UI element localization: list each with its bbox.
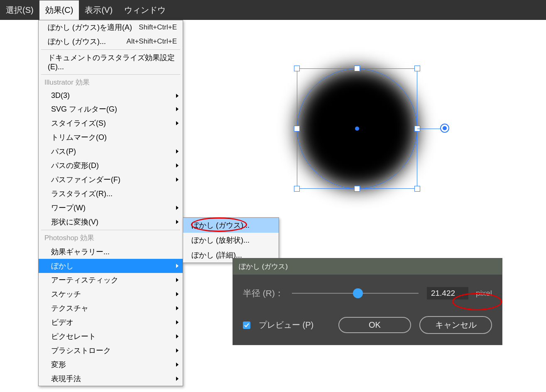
check-icon: [244, 323, 249, 328]
submenu-arrow-icon: [176, 178, 179, 182]
menu-path-deform[interactable]: パスの変形(D): [39, 158, 183, 173]
submenu-arrow-icon: [176, 94, 179, 98]
menu-path[interactable]: パス(P): [39, 144, 183, 158]
menu-sketch[interactable]: スケッチ: [39, 287, 183, 301]
submenu-arrow-icon: [176, 334, 179, 338]
submenu-arrow-icon: [176, 348, 179, 353]
separator: [41, 230, 180, 230]
dialog-title: ぼかし (ガウス): [233, 258, 502, 275]
preview-label: プレビュー (P): [259, 319, 330, 331]
menu-video-label: ビデオ: [51, 317, 177, 327]
handle-bm[interactable]: [354, 186, 360, 192]
illustrator-header: Illustrator 効果: [39, 75, 183, 89]
submenu-arrow-icon: [176, 292, 179, 296]
menu-svg-filter[interactable]: SVG フィルター(G): [39, 102, 183, 116]
handle-bl[interactable]: [294, 186, 300, 192]
menu-last[interactable]: ぼかし (ガウス)... Alt+Shift+Ctrl+E: [39, 34, 183, 49]
dialog-buttons-row: プレビュー (P) OK キャンセル: [243, 316, 492, 334]
menu-apply-last[interactable]: ぼかし (ガウス)を適用(A) Shift+Ctrl+E: [39, 20, 183, 34]
submenu-arrow-icon: [176, 149, 179, 153]
menu-rasterize[interactable]: ラスタライズ(R)...: [39, 187, 183, 201]
handle-tl[interactable]: [294, 66, 300, 71]
submenu-arrow-icon: [176, 163, 179, 168]
slider-thumb[interactable]: [353, 288, 363, 298]
menu-apply-last-label: ぼかし (ガウス)を適用(A): [48, 22, 139, 32]
preview-checkbox[interactable]: [243, 321, 250, 329]
menu-blur-label: ぼかし: [51, 261, 177, 271]
menu-expression[interactable]: 表現手法: [39, 372, 183, 386]
dialog-body: 半径 (R)： 21.422 pixel プレビュー (P) OK キャンセル: [233, 275, 502, 345]
submenu-arrow-icon: [176, 220, 179, 224]
submenu-arrow-icon: [176, 363, 179, 367]
menu-pixelate[interactable]: ピクセレート: [39, 329, 183, 343]
radius-slider[interactable]: [292, 287, 419, 299]
menu-stylize[interactable]: スタイライズ(S): [39, 116, 183, 130]
menu-sketch-label: スケッチ: [51, 289, 177, 299]
menu-pathfinder[interactable]: パスファインダー(F): [39, 173, 183, 187]
handle-tr[interactable]: [414, 66, 420, 71]
submenu-arrow-icon: [176, 206, 179, 210]
menu-effect[interactable]: 効果(C): [39, 0, 79, 20]
menu-distort-label: 変形: [51, 360, 177, 370]
menu-window[interactable]: ウィンドウ: [118, 0, 171, 20]
menu-last-label: ぼかし (ガウス)...: [48, 37, 127, 46]
cancel-button[interactable]: キャンセル: [419, 316, 492, 334]
rotation-handle[interactable]: [440, 124, 449, 133]
submenu-gaussian-blur[interactable]: ぼかし (ガウス)...: [183, 218, 279, 233]
submenu-arrow-icon: [176, 278, 179, 282]
handle-ml[interactable]: [294, 126, 300, 131]
gaussian-blur-dialog: ぼかし (ガウス) 半径 (R)： 21.422 pixel プレビュー (P)…: [233, 258, 502, 345]
menu-brush-label: ブラシストローク: [51, 346, 177, 355]
center-point-icon: [355, 127, 359, 131]
submenu-radial-blur[interactable]: ぼかし (放射状)...: [183, 233, 279, 248]
canvas-selection[interactable]: [297, 68, 417, 189]
blur-submenu: ぼかし (ガウス)... ぼかし (放射状)... ぼかし (詳細)...: [183, 217, 279, 263]
submenu-arrow-icon: [176, 107, 179, 111]
submenu-arrow-icon: [176, 377, 179, 381]
menubar: 選択(S) 効果(C) 表示(V) ウィンドウ: [0, 0, 546, 20]
menu-warp[interactable]: ワープ(W): [39, 201, 183, 215]
menu-expression-label: 表現手法: [51, 374, 177, 384]
menu-path-deform-label: パスの変形(D): [51, 161, 177, 170]
menu-distort[interactable]: 変形: [39, 358, 183, 372]
menu-texture[interactable]: テクスチャ: [39, 301, 183, 315]
menu-texture-label: テクスチャ: [51, 303, 177, 313]
menu-trim-label: トリムマーク(O): [51, 132, 177, 142]
separator: [41, 49, 180, 50]
ok-button[interactable]: OK: [338, 317, 411, 333]
menu-artistic-label: アーティスティック: [51, 275, 177, 285]
submenu-arrow-icon: [176, 121, 179, 125]
menu-brush[interactable]: ブラシストローク: [39, 343, 183, 358]
menu-blur[interactable]: ぼかし: [39, 259, 183, 273]
rotation-line: [417, 129, 440, 129]
menu-pathfinder-label: パスファインダー(F): [51, 175, 177, 185]
submenu-arrow-icon: [176, 264, 179, 268]
photoshop-header: Photoshop 効果: [39, 231, 183, 245]
handle-br[interactable]: [414, 186, 420, 192]
menu-warp-label: ワープ(W): [51, 203, 177, 213]
handle-tm[interactable]: [354, 66, 360, 71]
menu-view[interactable]: 表示(V): [79, 0, 118, 20]
menu-convert-shape-label: 形状に変換(V): [51, 217, 177, 227]
menu-svg-filter-label: SVG フィルター(G): [51, 104, 177, 114]
menu-artistic[interactable]: アーティスティック: [39, 273, 183, 287]
radius-value-field[interactable]: 21.422: [427, 287, 468, 299]
separator: [41, 74, 180, 75]
menu-video[interactable]: ビデオ: [39, 315, 183, 329]
menu-effect-gallery-label: 効果ギャラリー...: [51, 247, 177, 257]
submenu-arrow-icon: [176, 306, 179, 310]
menu-select[interactable]: 選択(S): [0, 0, 39, 20]
effect-dropdown: ぼかし (ガウス)を適用(A) Shift+Ctrl+E ぼかし (ガウス)..…: [38, 20, 183, 386]
menu-trim[interactable]: トリムマーク(O): [39, 130, 183, 144]
radius-row: 半径 (R)： 21.422 pixel: [243, 287, 492, 299]
radius-unit-label: pixel: [476, 289, 492, 298]
menu-3d[interactable]: 3D(3): [39, 89, 183, 102]
menu-doc-raster[interactable]: ドキュメントのラスタライズ効果設定(E)...: [39, 51, 183, 73]
menu-convert-shape[interactable]: 形状に変換(V): [39, 215, 183, 229]
menu-stylize-label: スタイライズ(S): [51, 118, 177, 128]
menu-last-shortcut: Alt+Shift+Ctrl+E: [127, 37, 177, 46]
submenu-arrow-icon: [176, 320, 179, 324]
menu-effect-gallery[interactable]: 効果ギャラリー...: [39, 245, 183, 259]
menu-pixelate-label: ピクセレート: [51, 331, 177, 341]
radius-label: 半径 (R)：: [243, 287, 284, 299]
